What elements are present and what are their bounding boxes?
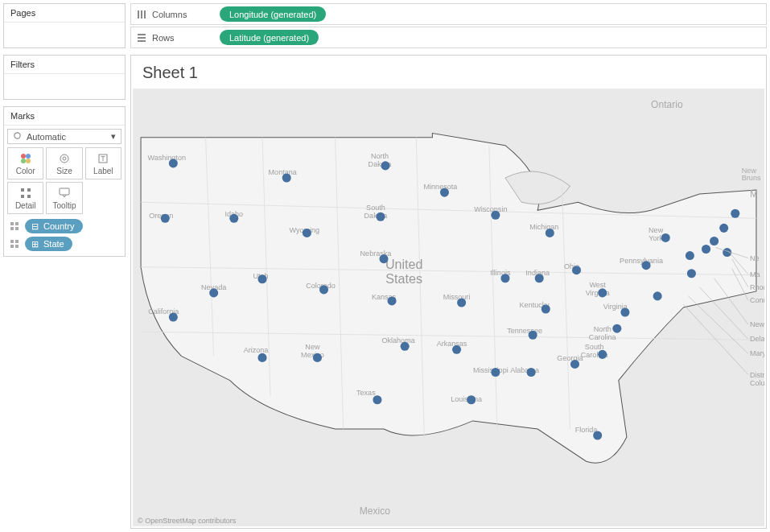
svg-text:New: New <box>649 226 664 234</box>
expand-icon: ⊞ <box>30 239 39 249</box>
marks-header: Marks <box>4 107 125 126</box>
svg-rect-24 <box>144 10 146 19</box>
map-point[interactable] <box>452 345 461 354</box>
svg-rect-16 <box>10 227 14 230</box>
svg-point-2 <box>26 154 31 159</box>
collapse-icon: ⊟ <box>30 221 39 231</box>
svg-text:Ne: Ne <box>750 254 760 262</box>
maine-label: M <box>750 188 758 200</box>
map-point[interactable] <box>381 161 389 170</box>
filters-panel: Filters <box>3 55 126 100</box>
map-point[interactable] <box>467 395 476 404</box>
svg-text:Bruns: Bruns <box>742 174 761 182</box>
map-point[interactable] <box>500 274 509 282</box>
svg-text:United: United <box>385 257 423 271</box>
map-point[interactable] <box>572 266 581 274</box>
map-point[interactable] <box>598 350 607 359</box>
size-button[interactable]: Size <box>46 147 82 179</box>
map-point[interactable] <box>529 331 537 340</box>
svg-rect-10 <box>27 188 31 192</box>
svg-point-5 <box>60 155 68 163</box>
svg-text:Nebraska: Nebraska <box>360 250 393 258</box>
columns-pill[interactable]: Longitude (generated) <box>220 6 326 22</box>
state-pill[interactable]: ⊞ State <box>25 237 72 251</box>
svg-text:States: States <box>385 271 422 286</box>
map-point[interactable] <box>313 353 322 362</box>
detail-dim-icon <box>7 239 22 249</box>
map-point[interactable] <box>169 313 178 322</box>
columns-icon <box>136 9 147 20</box>
color-button[interactable]: Color <box>7 147 43 179</box>
map-point[interactable] <box>570 360 579 369</box>
svg-rect-25 <box>138 34 146 35</box>
map-point[interactable] <box>401 342 410 351</box>
viz-area: Sheet 1 United States <box>130 55 767 529</box>
map-point[interactable] <box>257 353 266 362</box>
columns-shelf[interactable]: Columns Longitude (generated) <box>130 3 767 25</box>
svg-text:T: T <box>101 155 106 163</box>
map-canvas[interactable]: United States Mexico Ontario M New Bruns… <box>133 89 764 526</box>
map-point[interactable] <box>653 291 662 300</box>
map-point[interactable] <box>686 251 694 260</box>
map-point[interactable] <box>642 261 651 270</box>
map-point[interactable] <box>319 285 328 294</box>
map-point[interactable] <box>209 288 218 297</box>
map-point[interactable] <box>388 296 397 305</box>
map-point[interactable] <box>229 214 238 223</box>
map-point[interactable] <box>710 237 719 245</box>
map-attribution: © OpenStreetMap contributors <box>138 517 236 525</box>
svg-text:Arkansas: Arkansas <box>437 340 467 348</box>
map-point[interactable] <box>702 245 710 254</box>
map-point[interactable] <box>687 269 696 278</box>
svg-text:Arizona: Arizona <box>244 346 270 354</box>
map-point[interactable] <box>440 188 449 197</box>
svg-rect-22 <box>138 10 139 19</box>
map-point[interactable] <box>661 233 670 242</box>
map-point[interactable] <box>282 173 291 182</box>
map-point[interactable] <box>541 304 550 313</box>
map-point[interactable] <box>161 214 170 223</box>
map-point[interactable] <box>376 212 385 221</box>
label-button[interactable]: T Label <box>85 147 121 179</box>
map-point[interactable] <box>373 395 381 404</box>
svg-text:Ma: Ma <box>750 270 761 278</box>
svg-rect-19 <box>15 240 19 243</box>
rows-pill[interactable]: Latitude (generated) <box>220 30 319 45</box>
tooltip-icon <box>58 187 71 200</box>
map-point[interactable] <box>169 159 178 167</box>
pages-header: Pages <box>4 4 125 23</box>
map-point[interactable] <box>379 254 388 263</box>
map-point[interactable] <box>546 229 554 237</box>
svg-text:Montana: Montana <box>269 168 298 176</box>
map-point[interactable] <box>527 368 536 377</box>
svg-rect-27 <box>138 40 146 42</box>
rows-icon <box>136 32 147 43</box>
tooltip-button[interactable]: Tooltip <box>46 182 82 214</box>
svg-point-4 <box>26 159 31 163</box>
map-svg: United States Mexico Ontario M New Bruns… <box>133 89 764 526</box>
map-point[interactable] <box>535 274 544 282</box>
map-point[interactable] <box>731 209 739 218</box>
svg-rect-14 <box>10 222 14 225</box>
country-pill[interactable]: ⊟ Country <box>25 219 83 233</box>
mark-type-dropdown[interactable]: Automatic ▾ <box>7 129 121 144</box>
map-point[interactable] <box>612 324 621 333</box>
sheet-title[interactable]: Sheet 1 <box>131 56 766 89</box>
map-point[interactable] <box>257 274 266 283</box>
map-point[interactable] <box>620 308 629 317</box>
map-point[interactable] <box>457 298 466 307</box>
map-point[interactable] <box>598 288 607 297</box>
map-point[interactable] <box>491 211 500 220</box>
map-point[interactable] <box>593 431 602 439</box>
map-point[interactable] <box>303 229 311 237</box>
map-point[interactable] <box>719 224 728 233</box>
label-icon: T <box>97 152 109 165</box>
size-icon <box>58 152 71 165</box>
detail-icon <box>19 187 32 200</box>
rows-shelf[interactable]: Rows Latitude (generated) <box>130 27 767 48</box>
svg-text:Rhod: Rhod <box>750 283 764 291</box>
detail-button[interactable]: Detail <box>7 182 43 214</box>
svg-rect-26 <box>138 37 146 39</box>
map-point[interactable] <box>491 368 500 377</box>
svg-point-3 <box>21 159 26 163</box>
